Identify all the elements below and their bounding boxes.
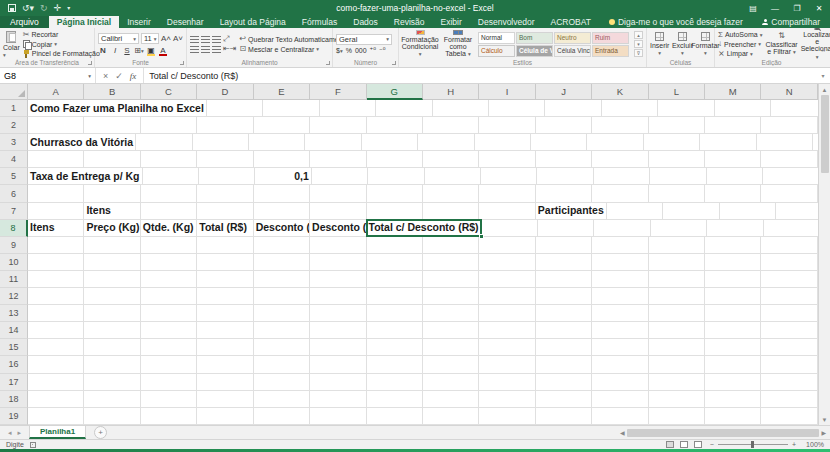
cell-e7[interactable]: [254, 203, 310, 220]
cell-a2[interactable]: [28, 117, 84, 134]
cell-b19[interactable]: [84, 408, 140, 425]
ribbon-display-options-icon[interactable]: ▤: [742, 4, 764, 13]
align-bottom-icon[interactable]: [212, 36, 221, 43]
cell-b2[interactable]: [84, 117, 140, 134]
cell-f14[interactable]: [310, 322, 366, 339]
alignment-dialog-launcher[interactable]: [326, 61, 330, 65]
cell-n15[interactable]: [761, 339, 817, 356]
cell-d10[interactable]: [197, 254, 253, 271]
cell-k7[interactable]: [607, 203, 663, 220]
cell-m4[interactable]: [705, 151, 761, 168]
row-header-15[interactable]: 15: [0, 339, 28, 356]
cell-m5[interactable]: [763, 168, 819, 185]
row-header-12[interactable]: 12: [0, 288, 28, 305]
bold-button[interactable]: N: [98, 46, 108, 55]
cell-c14[interactable]: [141, 322, 197, 339]
cell-a12[interactable]: [28, 288, 84, 305]
cell-i5[interactable]: [537, 168, 593, 185]
cell-g18[interactable]: [367, 391, 423, 408]
cell-h4[interactable]: [423, 151, 479, 168]
cell-m8[interactable]: [764, 220, 820, 237]
cell-h8[interactable]: [482, 220, 538, 237]
cell-j2[interactable]: [536, 117, 592, 134]
cell-f18[interactable]: [310, 391, 366, 408]
paste-button[interactable]: Colar ▾: [3, 30, 20, 58]
cell-k5[interactable]: [650, 168, 706, 185]
row-header-17[interactable]: 17: [0, 374, 28, 391]
cell-l14[interactable]: [649, 322, 705, 339]
cell-l15[interactable]: [649, 339, 705, 356]
cell-i12[interactable]: [479, 288, 535, 305]
cell-h14[interactable]: [423, 322, 479, 339]
cell-f16[interactable]: [310, 356, 366, 373]
cell-j16[interactable]: [536, 356, 592, 373]
cell-a13[interactable]: [28, 305, 84, 322]
cell-i4[interactable]: [479, 151, 535, 168]
cell-b9[interactable]: [84, 237, 140, 254]
cell-a6[interactable]: [28, 185, 84, 202]
cell-m15[interactable]: [705, 339, 761, 356]
cell-e18[interactable]: [254, 391, 310, 408]
font-size-select[interactable]: 11▾: [141, 33, 159, 44]
horizontal-scrollbar[interactable]: ◀ ▶: [620, 426, 830, 439]
column-header-e[interactable]: E: [254, 84, 310, 100]
vertical-scrollbar[interactable]: ▲ ▼: [818, 84, 830, 425]
cell-i8[interactable]: [538, 220, 594, 237]
cell-style-ruim[interactable]: Ruim: [592, 32, 629, 44]
cell-h2[interactable]: [423, 117, 479, 134]
clear-button[interactable]: ⨯Limpar ▾: [718, 50, 762, 58]
column-header-f[interactable]: F: [310, 84, 366, 100]
cell-b17[interactable]: [84, 374, 140, 391]
cell-n6[interactable]: [761, 185, 817, 202]
cancel-icon[interactable]: ×: [103, 71, 108, 81]
cell-l6[interactable]: [649, 185, 705, 202]
cell-style-c-lula-vincu[interactable]: Célula Vincu...: [554, 45, 591, 57]
tell-me-box[interactable]: Diga-me o que você deseja fazer: [599, 16, 743, 28]
select-all-corner[interactable]: [0, 84, 28, 100]
cell-c9[interactable]: [141, 237, 197, 254]
cell-m12[interactable]: [705, 288, 761, 305]
cell-h18[interactable]: [423, 391, 479, 408]
row-header-4[interactable]: 4: [0, 151, 28, 168]
cell-a7[interactable]: [28, 203, 84, 220]
cell-e3[interactable]: [305, 134, 361, 151]
sheet-tab-planilha1[interactable]: Planilha1: [29, 426, 86, 439]
format-cells-button[interactable]: Formatar▾: [695, 30, 715, 58]
cell-m14[interactable]: [705, 322, 761, 339]
cell-c8[interactable]: Qtde. (Kg): [141, 220, 197, 237]
cell-m18[interactable]: [705, 391, 761, 408]
cell-k15[interactable]: [592, 339, 648, 356]
column-header-g[interactable]: G: [367, 84, 423, 100]
cell-g15[interactable]: [367, 339, 423, 356]
next-sheet-icon[interactable]: ▸: [18, 429, 22, 437]
italic-button[interactable]: I: [110, 46, 120, 55]
cell-a8[interactable]: Itens: [28, 220, 84, 237]
cell-a19[interactable]: [28, 408, 84, 425]
cell-c6[interactable]: [141, 185, 197, 202]
cell-n4[interactable]: [761, 151, 817, 168]
cell-e17[interactable]: [254, 374, 310, 391]
cell-f9[interactable]: [310, 237, 366, 254]
cell-k17[interactable]: [592, 374, 648, 391]
cell-c12[interactable]: [141, 288, 197, 305]
column-header-j[interactable]: J: [536, 84, 592, 100]
tab-inserir[interactable]: Inserir: [119, 16, 159, 28]
row-header-11[interactable]: 11: [0, 271, 28, 288]
cell-i6[interactable]: [479, 185, 535, 202]
cell-i7[interactable]: [479, 203, 535, 220]
cell-j1[interactable]: [658, 100, 714, 117]
cell-m13[interactable]: [705, 305, 761, 322]
cell-b1[interactable]: [207, 100, 263, 117]
cell-d19[interactable]: [197, 408, 253, 425]
cell-d4[interactable]: [197, 151, 253, 168]
cell-m11[interactable]: [705, 271, 761, 288]
copy-button[interactable]: Copiar ▾: [23, 40, 100, 48]
tab-desenhar[interactable]: Desenhar: [159, 16, 212, 28]
cell-c16[interactable]: [141, 356, 197, 373]
cell-c4[interactable]: [141, 151, 197, 168]
cell-g1[interactable]: [489, 100, 545, 117]
cell-k18[interactable]: [592, 391, 648, 408]
row-header-19[interactable]: 19: [0, 408, 28, 425]
cell-a15[interactable]: [28, 339, 84, 356]
cell-j7[interactable]: Participantes: [536, 203, 607, 220]
